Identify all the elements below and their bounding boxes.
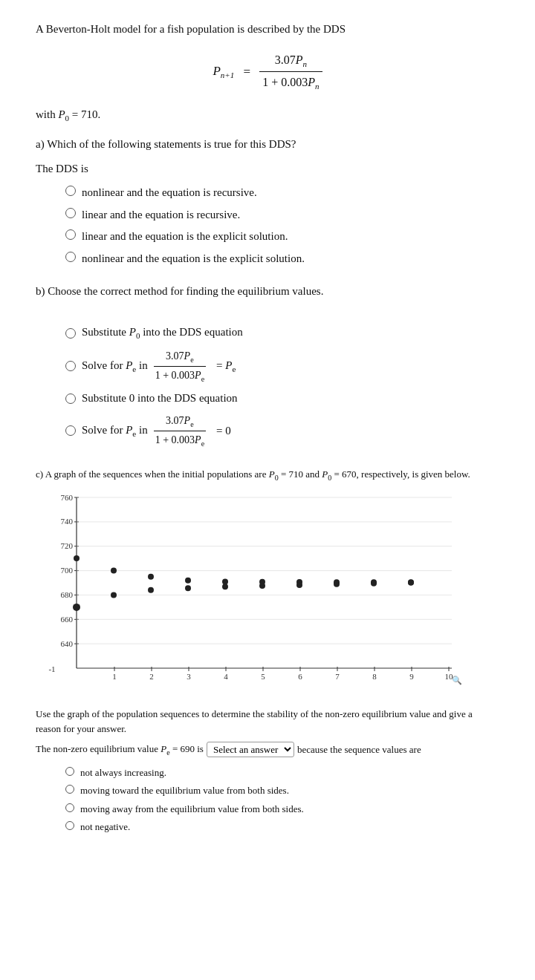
formula-denominator: 1 + 0.003Pn [259,72,322,93]
x-axis-10-label: 🔍 [452,675,462,685]
s2-point-9 [408,580,414,586]
s1-point-4 [222,579,228,585]
svg-text:9: 9 [409,672,414,681]
bottom-option-4-text: not negative. [80,820,130,834]
bottom-option-4[interactable]: not negative. [65,820,499,834]
part-a-option-4[interactable]: nonlinear and the equation is the explic… [65,250,499,267]
s2-point-7 [334,581,340,587]
part-b-option-3-text: Substitute 0 into the DDS equation [82,390,238,407]
part-b-option-1[interactable]: Substitute P0 into the DDS equation [65,324,499,342]
part-b-radio-3[interactable] [65,393,76,404]
bottom-option-2-text: moving toward the equilibrium value from… [80,783,289,798]
equilibrium-line: The non-zero equilibrium value Pe = 690 … [36,742,499,758]
svg-text:8: 8 [372,672,377,681]
part-b-option-4[interactable]: Solve for Pe in 3.07Pe 1 + 0.003Pe = 0 [65,413,499,449]
part-a-option-3-text: linear and the equation is the explicit … [82,228,288,245]
part-c-label: c) A graph of the sequences when the ini… [36,467,499,483]
part-b-option-4-rhs: = 0 [216,422,231,440]
part-b-option-3[interactable]: Substitute 0 into the DDS equation [65,390,499,407]
part-b-option-4-label: Solve for Pe in [82,422,148,440]
svg-text:7: 7 [335,672,340,681]
svg-text:2: 2 [149,672,154,681]
part-b-radio-2[interactable] [65,361,76,371]
s2-point-3 [185,585,191,591]
radio-4[interactable] [65,252,76,262]
part-b-question: b) Choose the correct method for finding… [36,283,499,300]
part-b-radio-1[interactable] [65,328,76,339]
part-a-option-1[interactable]: nonlinear and the equation is recursive. [65,184,499,201]
s2-point-1 [111,592,117,598]
svg-text:740: 740 [61,517,74,526]
svg-text:1: 1 [112,672,117,681]
svg-text:-1: -1 [48,664,55,673]
problem-title: A Beverton-Holt model for a fish populat… [36,21,499,38]
bottom-option-3[interactable]: moving away from the equilibrium value f… [65,802,499,817]
radio-1[interactable] [65,186,76,196]
svg-text:760: 760 [61,493,74,502]
formula-equals: = [243,62,250,82]
s2-point-2 [148,587,154,593]
part-c: c) A graph of the sequences when the ini… [36,467,499,834]
svg-text:3: 3 [187,672,191,681]
s1-point-1 [111,568,117,574]
chart-container: 760 740 720 700 680 660 640 -1 [36,490,499,698]
part-b-fraction-2: 3.07Pe 1 + 0.003Pe [154,348,206,385]
population-chart: 760 740 720 700 680 660 640 -1 [36,490,467,698]
part-a-option-1-text: nonlinear and the equation is recursive. [82,184,257,201]
bottom-option-3-text: moving away from the equilibrium value f… [80,802,304,817]
part-b-option-2[interactable]: Solve for Pe in 3.07Pe 1 + 0.003Pe = Pe [65,348,499,385]
main-formula: Pn+1 = 3.07Pn 1 + 0.003Pn [36,51,499,93]
svg-text:720: 720 [61,541,74,550]
part-b-fraction-4: 3.07Pe 1 + 0.003Pe [154,413,206,449]
part-b-option-1-text: Substitute P0 into the DDS equation [82,324,243,342]
formula-lhs: Pn+1 [213,64,234,78]
part-a-option-4-text: nonlinear and the equation is the explic… [82,250,305,267]
svg-text:640: 640 [61,639,74,648]
svg-text:4: 4 [224,672,228,681]
s1-point-2 [148,574,154,580]
part-a-option-3[interactable]: linear and the equation is the explicit … [65,228,499,245]
formula-numerator: 3.07Pn [259,51,322,73]
bottom-option-2[interactable]: moving toward the equilibrium value from… [65,783,499,798]
s2-point-8 [371,581,377,587]
radio-3[interactable] [65,229,76,240]
svg-text:6: 6 [298,672,302,681]
use-graph-text: Use the graph of the population sequence… [36,707,499,736]
bottom-options-list: not always increasing. moving toward the… [65,765,499,834]
part-b-option-2-label: Solve for Pe in [82,357,148,376]
s2-point-6 [296,582,302,588]
part-a: a) Which of the following statements is … [36,136,499,267]
eq-text-before: The non-zero equilibrium value Pe = 690 … [36,742,204,758]
part-a-question: a) Which of the following statements is … [36,136,499,153]
s1-point-3 [185,578,191,584]
bottom-radio-4[interactable] [65,821,74,830]
select-answer-dropdown[interactable]: Select an answer stable unstable [207,742,294,757]
eq-text-after: because the sequence values are [297,742,421,757]
bottom-radio-2[interactable] [65,785,74,794]
bottom-radio-1[interactable] [65,767,74,776]
s1-point-0 [74,555,80,561]
svg-text:660: 660 [61,615,74,624]
part-b-radio-4[interactable] [65,425,76,436]
svg-text:680: 680 [61,590,74,599]
initial-condition: with P0 = 710. [36,106,499,125]
s2-point-4 [222,584,228,589]
part-a-options: nonlinear and the equation is recursive.… [65,184,499,267]
dds-is-label: The DDS is [36,160,499,177]
part-b: b) Choose the correct method for finding… [36,283,499,448]
part-b-option-2-rhs: = Pe [216,357,236,376]
s2-point-0 [73,604,80,611]
part-a-option-2[interactable]: linear and the equation is recursive. [65,206,499,223]
main-fraction: 3.07Pn 1 + 0.003Pn [259,51,322,93]
svg-text:5: 5 [261,672,265,681]
svg-text:700: 700 [61,566,74,575]
s2-point-5 [259,583,265,589]
radio-2[interactable] [65,208,76,218]
bottom-option-1-text: not always increasing. [80,765,166,780]
bottom-radio-3[interactable] [65,803,74,812]
bottom-option-1[interactable]: not always increasing. [65,765,499,780]
part-a-option-2-text: linear and the equation is recursive. [82,206,240,223]
